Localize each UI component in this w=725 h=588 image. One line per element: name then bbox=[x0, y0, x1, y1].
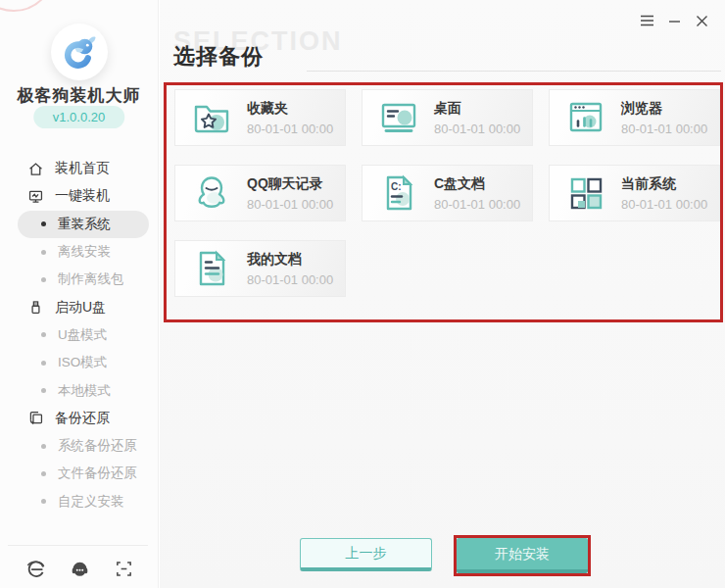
sidebar-item-label: 自定义安装 bbox=[58, 493, 124, 511]
sidebar-item-label: 制作离线包 bbox=[58, 270, 124, 288]
bullet-icon bbox=[41, 250, 46, 255]
window-controls bbox=[637, 12, 711, 29]
app-logo bbox=[51, 24, 108, 80]
backup-card-qq-chat[interactable]: QQ聊天记录 80-01-01 00:00 bbox=[174, 165, 346, 221]
sidebar-item-file-backup-restore[interactable]: 文件备份还原 bbox=[0, 460, 159, 487]
sidebar-item-home[interactable]: 装机首页 bbox=[0, 155, 159, 182]
sidebar-item-boot-usb[interactable]: 启动U盘 bbox=[0, 293, 159, 320]
start-install-button[interactable]: 开始安装 bbox=[457, 538, 588, 573]
start-install-highlight: 开始安装 bbox=[454, 535, 591, 576]
card-date: 80-01-01 00:00 bbox=[247, 122, 333, 136]
backup-restore-icon bbox=[26, 410, 44, 427]
card-date: 80-01-01 00:00 bbox=[247, 272, 333, 287]
version-badge: v1.0.0.20 bbox=[33, 106, 125, 128]
bullet-icon bbox=[41, 388, 46, 393]
title-underline bbox=[307, 71, 721, 72]
sidebar-item-label: 文件备份还原 bbox=[58, 465, 137, 482]
sidebar-item-label: 系统备份还原 bbox=[58, 437, 137, 455]
sidebar-item-make-offline-package[interactable]: 制作离线包 bbox=[0, 266, 159, 293]
card-title: 桌面 bbox=[434, 100, 520, 118]
sidebar-item-one-click-install[interactable]: 一键装机 bbox=[0, 182, 159, 210]
card-title: QQ聊天记录 bbox=[247, 175, 333, 193]
sidebar-footer-divider bbox=[8, 545, 148, 546]
card-title: 我的文档 bbox=[247, 251, 333, 269]
sidebar-item-label: 一键装机 bbox=[55, 187, 110, 205]
sidebar-menu: 装机首页 一键装机 重装系统 离线安装 制作离线包 bbox=[0, 155, 159, 515]
sidebar-item-iso-mode[interactable]: ISO模式 bbox=[0, 349, 159, 376]
home-icon bbox=[26, 160, 44, 177]
backup-card-c-drive-docs[interactable]: C: C盘文档 80-01-01 00:00 bbox=[362, 165, 533, 221]
card-title: 浏览器 bbox=[621, 100, 707, 118]
page-title: 选择备份 bbox=[173, 42, 264, 72]
card-title: 收藏夹 bbox=[247, 100, 333, 118]
sidebar-item-label: 装机首页 bbox=[55, 160, 110, 177]
support-headset-icon[interactable] bbox=[68, 557, 91, 580]
scan-icon[interactable] bbox=[112, 557, 135, 580]
c-drive-docs-icon: C: bbox=[377, 172, 420, 215]
sidebar-item-reinstall-system[interactable]: 重装系统 bbox=[18, 211, 149, 238]
qq-chat-icon bbox=[190, 172, 233, 215]
app-name: 极客狗装机大师 bbox=[0, 84, 158, 107]
bullet-icon bbox=[41, 277, 46, 282]
bullet-icon bbox=[41, 444, 46, 449]
card-date: 80-01-01 00:00 bbox=[621, 197, 707, 212]
decorative-arc bbox=[0, 0, 55, 12]
backup-card-my-documents[interactable]: 我的文档 80-01-01 00:00 bbox=[174, 240, 346, 297]
card-date: 80-01-01 00:00 bbox=[434, 122, 520, 136]
monitor-icon bbox=[26, 187, 44, 205]
usb-icon bbox=[26, 299, 44, 317]
bullet-icon bbox=[41, 471, 46, 476]
sidebar-item-custom-install[interactable]: 自定义安装 bbox=[0, 488, 159, 515]
sidebar-item-label: 离线安装 bbox=[58, 243, 111, 261]
previous-step-button[interactable]: 上一步 bbox=[300, 538, 432, 571]
backup-card-browser[interactable]: 浏览器 80-01-01 00:00 bbox=[549, 89, 720, 146]
my-documents-icon bbox=[190, 247, 233, 290]
sidebar-item-system-backup-restore[interactable]: 系统备份还原 bbox=[0, 432, 159, 460]
ie-browser-icon[interactable] bbox=[24, 557, 47, 580]
browser-icon bbox=[564, 96, 607, 139]
bullet-icon bbox=[41, 332, 46, 337]
sidebar: 极客狗装机大师 v1.0.0.20 装机首页 一键装机 重装系统 bbox=[0, 0, 159, 588]
card-date: 80-01-01 00:00 bbox=[621, 122, 707, 136]
card-title: 当前系统 bbox=[621, 175, 707, 193]
card-date: 80-01-01 00:00 bbox=[434, 197, 520, 212]
backup-card-favorites[interactable]: 收藏夹 80-01-01 00:00 bbox=[174, 89, 346, 146]
sidebar-item-backup-restore[interactable]: 备份还原 bbox=[0, 405, 159, 432]
svg-text:C:: C: bbox=[391, 181, 402, 192]
app-window: 极客狗装机大师 v1.0.0.20 装机首页 一键装机 重装系统 bbox=[0, 0, 725, 588]
desktop-icon bbox=[377, 96, 420, 139]
card-date: 80-01-01 00:00 bbox=[247, 197, 333, 212]
sidebar-item-label: 重装系统 bbox=[58, 216, 111, 233]
sidebar-footer bbox=[0, 557, 159, 580]
card-title: C盘文档 bbox=[434, 175, 520, 193]
bullet-icon bbox=[41, 499, 46, 504]
sidebar-item-local-mode[interactable]: 本地模式 bbox=[0, 376, 159, 404]
dog-logo-icon bbox=[58, 30, 101, 74]
sidebar-item-label: 备份还原 bbox=[55, 410, 110, 427]
backup-card-current-system[interactable]: 当前系统 80-01-01 00:00 bbox=[549, 165, 720, 221]
menu-icon[interactable] bbox=[637, 12, 656, 29]
close-icon[interactable] bbox=[692, 12, 711, 29]
favorites-folder-icon bbox=[190, 96, 233, 139]
bullet-icon bbox=[41, 361, 46, 366]
current-system-icon bbox=[564, 172, 607, 215]
sidebar-item-label: U盘模式 bbox=[58, 326, 107, 344]
sidebar-item-label: ISO模式 bbox=[58, 354, 107, 371]
bullet-icon bbox=[41, 221, 46, 226]
backup-selection-box: 收藏夹 80-01-01 00:00 桌面 80-01-01 00:00 bbox=[164, 82, 723, 322]
sidebar-item-offline-install[interactable]: 离线安装 bbox=[0, 238, 159, 266]
backup-card-desktop[interactable]: 桌面 80-01-01 00:00 bbox=[362, 89, 533, 146]
main-panel: SELECTION 选择备份 收藏夹 80-01-01 00:00 bbox=[160, 0, 725, 588]
sidebar-item-usb-mode[interactable]: U盘模式 bbox=[0, 321, 159, 349]
sidebar-item-label: 本地模式 bbox=[58, 382, 111, 400]
minimize-icon[interactable] bbox=[664, 12, 684, 29]
sidebar-item-label: 启动U盘 bbox=[55, 299, 106, 317]
